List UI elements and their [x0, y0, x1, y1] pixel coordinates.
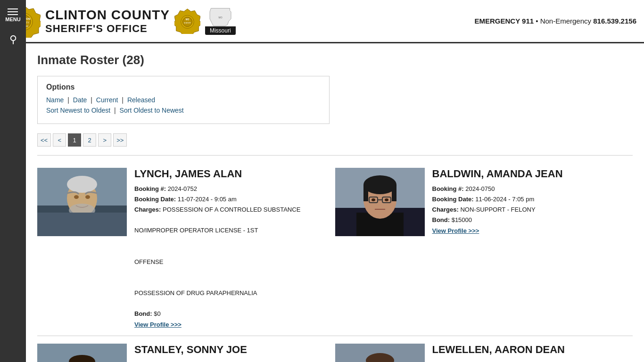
non-emergency-phone: 816.539.2156 [593, 17, 636, 25]
baldwin-info: BALDWIN, AMANDA JEAN Booking #: 2024-075… [432, 168, 633, 328]
emergency-info: EMERGENCY 911 • Non-Emergency 816.539.21… [474, 17, 636, 25]
svg-rect-26 [363, 185, 368, 201]
options-box: Options Name | Date | Current | Released… [37, 76, 330, 124]
title-line2: SHERIFF'S OFFICE [45, 23, 170, 35]
svg-rect-27 [392, 185, 396, 201]
baldwin-photo [335, 168, 425, 236]
svg-text:SHERIFF: SHERIFF [184, 22, 191, 24]
stanley-details: Booking #: 2024-0748 Booking Date: 11-05… [134, 360, 335, 362]
stanley-photo [37, 344, 127, 362]
hamburger-icon [5, 8, 20, 15]
title-line1: CLINTON COUNTY [45, 7, 170, 23]
page-next[interactable]: > [98, 133, 111, 147]
page-first[interactable]: << [37, 133, 51, 147]
pagination: << < 1 2 > >> [37, 133, 633, 147]
page-2[interactable]: 2 [83, 133, 96, 147]
page-1[interactable]: 1 [68, 133, 81, 147]
svg-point-17 [67, 176, 97, 193]
inmate-grid: LYNCH, JAMES ALAN Booking #: 2024-0752 B… [37, 160, 633, 362]
inmate-row: LYNCH, JAMES ALAN Booking #: 2024-0752 B… [37, 160, 335, 336]
sort-newest-link[interactable]: Sort Newest to Oldest [46, 107, 110, 114]
sort-links: Sort Newest to Oldest | Sort Oldest to N… [46, 107, 321, 114]
svg-point-19 [85, 195, 90, 199]
filter-name-link[interactable]: Name [46, 96, 64, 104]
lynch-view-profile[interactable]: View Profile >>> [134, 321, 335, 328]
svg-point-31 [372, 198, 375, 201]
svg-point-25 [363, 175, 396, 194]
svg-point-18 [74, 195, 79, 199]
top-divider [37, 155, 633, 156]
lynch-name: LYNCH, JAMES ALAN [134, 168, 335, 180]
non-emergency-label: Non-Emergency [540, 17, 591, 25]
menu-button[interactable]: MENU [3, 5, 22, 26]
svg-point-20 [69, 204, 95, 217]
page-last[interactable]: >> [113, 133, 127, 147]
svg-text:MO: MO [186, 18, 190, 21]
stanley-name: STANLEY, SONNY JOE [134, 344, 335, 356]
inmate-row: LEWELLEN, AARON DEAN Booking #: 2024-074… [335, 336, 633, 362]
search-button[interactable]: ⚲ [9, 33, 17, 46]
sort-oldest-link[interactable]: Sort Oldest to Newest [120, 107, 184, 114]
menu-label: MENU [5, 16, 20, 22]
missouri-state-outline: MO [207, 7, 233, 28]
sidebar: MENU ⚲ [0, 0, 26, 362]
baldwin-name: BALDWIN, AMANDA JEAN [432, 168, 633, 180]
state-label: Missouri [205, 26, 236, 35]
main-content: Inmate Roster (28) Options Name | Date |… [26, 43, 644, 362]
baldwin-details: Booking #: 2024-0750 Booking Date: 11-06… [432, 184, 633, 225]
separator: • [536, 17, 540, 25]
header-title: CLINTON COUNTY SHERIFF'S OFFICE [45, 7, 170, 35]
baldwin-view-profile[interactable]: View Profile >>> [432, 227, 633, 234]
svg-text:MO: MO [218, 16, 222, 19]
filter-current-link[interactable]: Current [96, 96, 118, 104]
lynch-info: LYNCH, JAMES ALAN Booking #: 2024-0752 B… [134, 168, 335, 328]
lewellen-photo [335, 344, 425, 362]
lynch-photo [37, 168, 127, 236]
page-prev[interactable]: < [53, 133, 66, 147]
options-heading: Options [46, 83, 321, 91]
lewellen-name: LEWELLEN, AARON DEAN [432, 344, 633, 356]
right-sheriff-badge: MO SHERIFF [174, 8, 200, 34]
filter-date-link[interactable]: Date [73, 96, 87, 104]
inmate-row: STANLEY, SONNY JOE Booking #: 2024-0748 … [37, 336, 335, 362]
page-title: Inmate Roster (28) [37, 53, 633, 67]
inmate-row: BALDWIN, AMANDA JEAN Booking #: 2024-075… [335, 160, 633, 336]
lewellen-details: Booking #: 2024-0746 Booking Date: 11-05… [432, 360, 633, 362]
stanley-info: STANLEY, SONNY JOE Booking #: 2024-0748 … [134, 344, 335, 362]
filter-links: Name | Date | Current | Released [46, 96, 321, 104]
lewellen-info: LEWELLEN, AARON DEAN Booking #: 2024-074… [432, 344, 633, 362]
header-logo-area: CLINTON COUNTY SHERIFF CLINTON COUNTY SH… [8, 5, 236, 38]
svg-point-32 [385, 198, 388, 201]
emergency-label: EMERGENCY 911 [474, 17, 534, 25]
svg-rect-15 [63, 213, 101, 236]
filter-released-link[interactable]: Released [127, 96, 155, 104]
site-header: CLINTON COUNTY SHERIFF CLINTON COUNTY SH… [0, 0, 644, 43]
lynch-details: Booking #: 2024-0752 Booking Date: 11-07… [134, 184, 335, 319]
